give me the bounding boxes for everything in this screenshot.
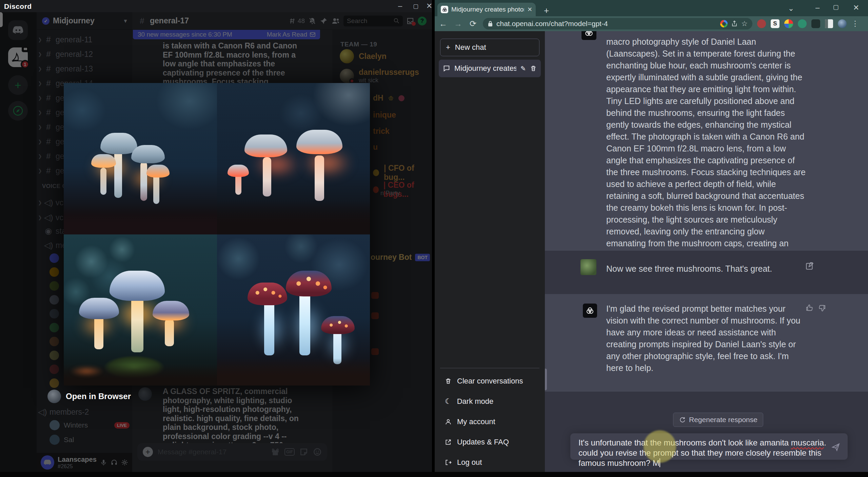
refresh-icon: [679, 416, 686, 423]
extension-icon-s[interactable]: S: [771, 19, 780, 28]
thumbs-up-icon[interactable]: [805, 304, 813, 312]
menu-my-account[interactable]: My account: [440, 413, 539, 430]
user-icon: [445, 418, 452, 425]
browser-tab-active[interactable]: Midjourney creates photorealisti ✕: [437, 3, 536, 16]
logout-icon: [445, 459, 452, 466]
tab-title: Midjourney creates photorealisti: [451, 6, 524, 13]
chatgpt-sidebar: + New chat Midjourney creates pho ✎ Clea…: [435, 31, 545, 472]
grid-image-top-left[interactable]: [64, 83, 217, 234]
user-message-text: Now we see three mushrooms. That's great…: [606, 263, 806, 275]
browser-window: ⌄ – ▢ ✕ + Midjourney creates photorealis…: [435, 0, 868, 472]
discord-titlebar: Discord – ▢ ✕: [0, 0, 432, 12]
browser-close-button[interactable]: ✕: [849, 3, 863, 12]
grid-image-bottom-right[interactable]: [217, 234, 370, 386]
address-bar[interactable]: chat.openai.com/chat?model=gpt-4 ☆: [483, 18, 752, 29]
share-icon[interactable]: [731, 20, 738, 27]
cursor-click-highlight: [644, 430, 676, 463]
discord-window-title: Discord: [4, 2, 32, 11]
forward-button[interactable]: →: [453, 19, 463, 28]
google-icon[interactable]: [720, 20, 728, 27]
tab-close-icon[interactable]: ✕: [527, 6, 532, 13]
browser-minimize-button[interactable]: –: [810, 3, 825, 12]
openai-knot-icon: [442, 7, 447, 12]
send-icon[interactable]: [831, 443, 840, 452]
trash-icon: [445, 378, 452, 385]
assistant-message-row: macro photography style of Daniel Laan (…: [545, 31, 868, 251]
maximize-button[interactable]: ▢: [409, 1, 422, 11]
chat-input-box[interactable]: It's unfortunate that the mushrooms don'…: [570, 433, 848, 460]
extension-icon[interactable]: [757, 19, 766, 28]
new-chat-button[interactable]: + New chat: [440, 39, 539, 56]
assistant-message-row: I'm glad the revised prompt better match…: [545, 294, 868, 392]
chatgpt-conversation: macro photography style of Daniel Laan (…: [545, 31, 868, 472]
desktop: 1 + ✓ Midjourney ▾ ❯#general-11 ❯#genera…: [0, 0, 868, 477]
openai-knot-icon: [586, 307, 594, 315]
extension-icon[interactable]: [811, 19, 820, 28]
plus-icon: +: [446, 43, 450, 52]
grid-image-bottom-left[interactable]: [64, 234, 217, 386]
chat-bubble-icon: [443, 65, 450, 72]
menu-clear-conversations[interactable]: Clear conversations: [440, 373, 539, 390]
browser-kebab-menu-icon[interactable]: ⋮: [851, 19, 859, 28]
chatgpt-avatar: [581, 31, 596, 40]
user-avatar: [580, 259, 596, 275]
chatgpt-avatar: [583, 304, 597, 318]
trash-icon[interactable]: [530, 65, 537, 72]
sidebar-conversation-item[interactable]: Midjourney creates pho ✎: [439, 60, 541, 77]
bookmark-star-icon[interactable]: ☆: [741, 20, 748, 28]
side-panel-icon[interactable]: [825, 19, 833, 28]
lightbox-footer: Open in Browser: [47, 390, 131, 403]
lock-icon: [488, 20, 493, 27]
taskbar-strip: [0, 472, 868, 477]
menu-updates-faq[interactable]: Updates & FAQ: [440, 434, 539, 451]
scrollbar-thumb[interactable]: [545, 369, 547, 390]
open-in-browser-link[interactable]: Open in Browser: [66, 392, 131, 401]
sidebar-divider: [440, 368, 539, 368]
chat-input-text[interactable]: It's unfortunate that the mushrooms don'…: [578, 438, 829, 468]
misspelled-word: muscaria: [791, 438, 824, 447]
edit-pencil-icon[interactable]: ✎: [520, 65, 526, 72]
avatar: [47, 390, 61, 403]
moon-icon: ☾: [445, 397, 452, 406]
new-tab-button[interactable]: +: [544, 5, 549, 16]
openai-knot-icon: [585, 31, 593, 37]
menu-dark-mode[interactable]: ☾ Dark mode: [440, 393, 539, 410]
menu-log-out[interactable]: Log out: [440, 454, 539, 471]
profile-avatar[interactable]: [838, 19, 847, 28]
thumbs-down-icon[interactable]: [818, 304, 826, 312]
external-link-icon: [445, 439, 452, 445]
grid-image-top-right[interactable]: [217, 83, 370, 234]
assistant-message-text: I'm glad the revised prompt better match…: [606, 303, 806, 374]
minimize-button[interactable]: –: [393, 1, 407, 11]
back-button[interactable]: ←: [438, 19, 448, 28]
edit-message-icon[interactable]: [805, 262, 814, 270]
extension-icon[interactable]: [798, 19, 807, 28]
extension-icon[interactable]: [784, 19, 793, 28]
user-message-row: Now we see three mushrooms. That's great…: [545, 251, 868, 294]
midjourney-image-grid[interactable]: [64, 83, 370, 386]
browser-toolbar: ← → ⟳ chat.openai.com/chat?model=gpt-4 ☆…: [435, 16, 868, 31]
browser-maximize-button[interactable]: ▢: [829, 3, 843, 11]
chatgpt-favicon: [441, 6, 448, 13]
discord-window: 1 + ✓ Midjourney ▾ ❯#general-11 ❯#genera…: [0, 0, 432, 472]
close-button[interactable]: ✕: [422, 1, 432, 11]
reload-button[interactable]: ⟳: [468, 19, 478, 28]
regenerate-response-button[interactable]: Regenerate response: [673, 413, 763, 427]
assistant-message-text: macro photography style of Daniel Laan (…: [606, 36, 806, 273]
browser-menu-chevron-icon[interactable]: ⌄: [784, 4, 798, 13]
url-text[interactable]: chat.openai.com/chat?model=gpt-4: [496, 20, 717, 28]
